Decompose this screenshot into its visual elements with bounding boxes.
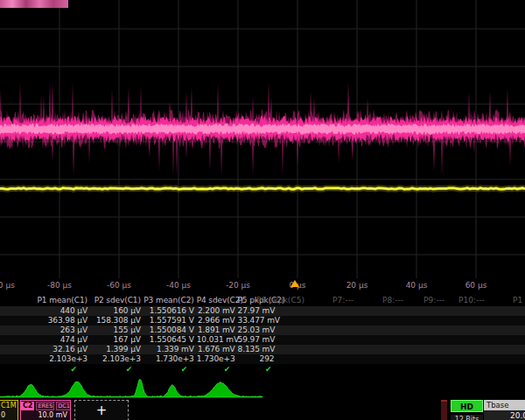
measure-row-mean: 363.98 µV 158.308 µV 1.557591 V 2.966 mV… [0,316,525,326]
measure-cell: 1.399 µV [90,345,141,354]
time-tick-label: 20 µs [346,281,368,290]
time-axis: -100 µs-80 µs-60 µs-40 µs-20 µs0 µs20 µs… [0,278,525,293]
measure-header-p9[interactable]: P9:--- [424,295,444,306]
measure-header-p7[interactable]: P7:--- [332,295,354,306]
hd-bits-label: 12 Bits [451,415,483,420]
measure-row-min: 263 µV 155 µV 1.550084 V 1.891 mV 25.03 … [0,326,525,335]
tbase-value: 20.0 µs [484,410,525,420]
trigger-time-marker[interactable] [290,280,299,287]
waveform-grid[interactable] [0,0,525,279]
status-check-icon: ✔ [245,364,282,374]
measure-cell: 27.97 mV [238,306,275,316]
measure-cell: 2.200 mV [197,306,235,316]
measure-cell: 263 µV [0,326,88,335]
add-trace-button[interactable]: + [74,400,129,420]
hd-badge[interactable]: HD [451,400,483,412]
measure-cell: 2.103e+3 [90,354,141,364]
measure-cell: 1.676 mV [197,345,235,354]
status-check-icon: ✔ [0,364,88,374]
measure-cell: 167 µV [90,335,141,345]
measure-cell: 1.730e+3 [197,354,235,364]
measure-row-sdev: 32.16 µV 1.399 µV 1.339 mV 1.676 mV 8.13… [0,345,525,354]
measure-cell: 2.966 mV [197,316,235,326]
measure-cell: 33.477 mV [238,316,275,326]
status-check-icon: ✔ [147,364,198,374]
measure-cell: 59.97 mV [238,335,275,345]
measure-cell: 1.550616 V [144,306,194,316]
oscilloscope-screen: -100 µs-80 µs-60 µs-40 µs-20 µs0 µs20 µs… [0,0,525,420]
measure-header-row: P1 mean(C1) P2 sdev(C1) P3 mean(C2) P4 s… [0,295,525,306]
time-tick-label: -40 µs [166,281,191,290]
measure-row-value: 440 µV 160 µV 1.550616 V 2.200 mV 27.97 … [0,306,525,316]
time-tick-label: 60 µs [466,281,487,290]
time-tick-label: -60 µs [107,281,131,290]
descriptor-bar: C1M 0 mV C2 ERES DC1M 10.0 mV + HD 12 Bi… [0,400,525,420]
measure-header-p10[interactable]: P10:--- [458,295,485,306]
tbase-label: Tbase [484,400,525,410]
measure-row-max: 474 µV 167 µV 1.550645 V 10.031 mV 59.97… [0,335,525,345]
measure-cell: 32.16 µV [0,345,88,354]
measure-cell: 1.730e+3 [144,354,194,364]
measure-header-p6[interactable]: P6 pkpk(C5) [256,295,304,306]
time-tick-label: -80 µs [47,281,72,290]
c2-eres-tag: ERES [36,402,54,410]
measure-table: P1 mean(C1) P2 sdev(C1) P3 mean(C2) P4 s… [0,295,525,375]
measure-header-p11-clipped[interactable]: P1 [513,295,522,306]
c2-descriptor-box[interactable]: C2 ERES DC1M 10.0 mV [20,400,71,420]
status-check-icon: ✔ [92,364,143,374]
measure-cell: 158.308 µV [90,316,141,326]
c2-vdiv-value: 10.0 mV [21,410,70,420]
measure-cell: 363.98 µV [0,316,88,326]
status-check-icon: ✔ [202,364,241,374]
measure-status-row: ✔ ✔ ✔ ✔ ✔ [0,364,525,375]
tbase-descriptor-box[interactable]: Tbase 20.0 µs [484,400,525,420]
measure-header-p4[interactable]: P4 sdev(C2) [197,295,235,306]
measure-header-p2[interactable]: P2 sdev(C1) [90,295,141,306]
measure-cell: 8.135 mV [238,345,275,354]
histogram-trace[interactable] [0,376,525,400]
measure-cell: 1.339 mV [144,345,194,354]
plus-icon: + [96,402,108,418]
measure-cell: 1.557591 V [144,316,194,326]
time-tick-label: -100 µs [0,281,15,290]
waveform-svg[interactable] [0,0,525,278]
measure-cell: 1.550084 V [144,326,194,335]
measure-cell: 25.03 mV [238,326,275,335]
top-left-overlay-badge [0,0,68,8]
measure-header-p8[interactable]: P8:--- [382,295,403,306]
measure-cell: 2.103e+3 [0,354,88,364]
measure-row-num: 2.103e+3 2.103e+3 1.730e+3 1.730e+3 292 [0,354,525,364]
c1-descriptor-box[interactable]: C1M 0 mV [0,400,18,420]
c2-channel-chip: C2 [21,402,34,410]
c2-coupling-tag: DC1M [56,402,71,410]
measure-cell: 1.891 mV [197,326,235,335]
measure-cell: 155 µV [90,326,141,335]
red-descriptor-fragment [441,400,447,420]
time-tick-label: 40 µs [406,281,428,290]
measure-cell: 440 µV [0,306,88,316]
c1-coupling-label: C1M [0,401,18,410]
time-tick-label: -20 µs [226,281,250,290]
measure-cell: 160 µV [90,306,141,316]
measure-header-p1[interactable]: P1 mean(C1) [0,295,88,306]
measure-header-p3[interactable]: P3 mean(C2) [144,295,194,306]
histogram-strip[interactable] [0,376,525,400]
measure-cell: 1.550645 V [144,335,194,345]
c1-vdiv-value: 0 mV [0,410,18,420]
measure-cell: 10.031 mV [197,335,235,345]
measure-cell: 474 µV [0,335,88,345]
